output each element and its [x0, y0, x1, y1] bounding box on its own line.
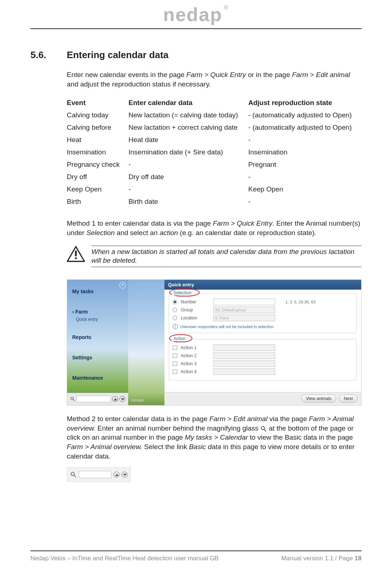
cell: Calving before	[67, 121, 128, 134]
cell: -	[128, 158, 248, 171]
text: Basic data	[189, 443, 221, 451]
cell: Dry off date	[128, 171, 248, 183]
prev-icon[interactable]	[112, 396, 118, 402]
checkbox-action2[interactable]	[173, 354, 177, 358]
sidebar-item-reports[interactable]: Reports	[72, 334, 123, 340]
footer-rule	[30, 550, 362, 551]
cell: Dry off	[67, 171, 128, 183]
panel-footer: View animals Next	[164, 392, 361, 405]
events-table: Event Enter calendar data Adjust reprodu…	[67, 97, 362, 208]
number-hint: 1, 3, 5, 20-35, 63	[285, 300, 315, 304]
text: Farm > Edit animal	[209, 415, 268, 423]
table-row: Keep Open-Keep Open	[67, 183, 362, 195]
label-action2: Action 2	[181, 353, 210, 358]
checkbox-action4[interactable]	[173, 370, 177, 374]
sidebar-item-settings[interactable]: Settings	[72, 355, 123, 360]
radio-group[interactable]	[173, 308, 177, 312]
mini-search-bar	[67, 467, 131, 482]
cell: -	[248, 195, 362, 208]
cell: Heat	[67, 134, 128, 146]
table-row: Dry offDry off date-	[67, 171, 362, 183]
svg-rect-2	[75, 257, 77, 259]
registered-mark: ®	[224, 4, 229, 11]
text: Method 1 to enter calendar data is via t…	[67, 219, 213, 227]
cell: Keep Open	[248, 183, 362, 195]
radio-location[interactable]	[173, 316, 177, 320]
close-icon[interactable]: ×	[119, 282, 126, 288]
col-enter: Enter calendar data	[128, 97, 248, 109]
svg-line-4	[73, 400, 74, 401]
sidebar-subitem-quick-entry[interactable]: Quick entry	[76, 317, 123, 322]
text: Manual version 1.1 / Page	[281, 555, 355, 562]
search-input[interactable]	[77, 396, 111, 402]
section-number: 5.6.	[30, 49, 56, 61]
action-legend: Action	[172, 336, 187, 341]
section-title: Entering calendar data	[67, 49, 168, 61]
footer-right: Manual version 1.1 / Page 18	[281, 555, 362, 562]
location-select[interactable]: 0. Farm	[213, 315, 275, 321]
selection-fieldset: Selection Number 1, 3, 5, 20-35, 63 Grou…	[169, 293, 357, 333]
footer-left: Nedap Velos – InTime and RealTime Heat d…	[30, 555, 219, 562]
next-icon[interactable]	[119, 396, 125, 402]
cell: - (automatically adjusted to Open)	[248, 121, 362, 134]
svg-line-8	[74, 475, 76, 477]
radio-number[interactable]	[173, 300, 177, 304]
text: My tasks > Calendar	[185, 433, 248, 441]
info-text: Unknown responders will not be included …	[180, 324, 274, 329]
brand-text: nedap	[163, 4, 222, 25]
table-row: HeatHeat date-	[67, 134, 362, 146]
action1-select[interactable]	[213, 344, 275, 351]
cell: -	[248, 171, 362, 183]
next-icon[interactable]	[122, 472, 127, 477]
cell: Keep Open	[67, 183, 128, 195]
label-action3: Action 3	[181, 361, 210, 366]
sidebar-item-maintenance[interactable]: Maintenance	[72, 375, 123, 381]
search-icon	[70, 396, 75, 401]
text: Select the link	[142, 443, 189, 451]
svg-rect-1	[75, 250, 77, 256]
action2-select[interactable]	[213, 352, 275, 359]
label-action4: Action 4	[181, 369, 210, 374]
warning-icon	[67, 246, 85, 264]
cell: Pregnancy check	[67, 158, 128, 171]
svg-point-3	[71, 398, 73, 400]
next-button[interactable]: Next	[339, 395, 358, 403]
action-fieldset: Action Action 1 Action 2 Action 3 Action…	[169, 339, 357, 380]
action4-select[interactable]	[213, 368, 275, 375]
action3-select[interactable]	[213, 360, 275, 367]
table-row: Calving beforeNew lactation + correct ca…	[67, 121, 362, 134]
view-animals-button[interactable]: View animals	[301, 395, 336, 403]
sidebar-item-farm[interactable]: Farm	[72, 309, 123, 315]
warning-box: When a new lactation is started all tota…	[67, 246, 362, 267]
checkbox-action1[interactable]	[173, 346, 177, 350]
cell: Birth	[67, 195, 128, 208]
brand-header: nedap ®	[30, 0, 362, 25]
label-group: Group	[181, 307, 210, 312]
col-event: Event	[67, 97, 128, 109]
screenshot-quick-entry: × My tasks Farm Quick entry Reports Sett…	[67, 279, 362, 405]
info-row: i Unknown responders will not be include…	[173, 324, 353, 329]
sidebar-item-my-tasks[interactable]: My tasks	[72, 288, 123, 294]
cell: -	[128, 183, 248, 195]
decorative-panel: nedap	[128, 280, 164, 405]
svg-line-6	[264, 429, 266, 431]
number-input[interactable]	[213, 299, 275, 305]
method2-paragraph: Method 2 to enter calendar data is in th…	[67, 414, 362, 461]
cell: Birth date	[128, 195, 248, 208]
prev-icon[interactable]	[114, 472, 119, 477]
text: Farm > Quick Entry	[187, 71, 246, 78]
text: .	[314, 229, 316, 237]
checkbox-action3[interactable]	[173, 362, 177, 366]
brand-logo: nedap ®	[163, 4, 229, 25]
text: (e.g. an calendar date or reproduction s…	[178, 229, 314, 237]
text: or in the page	[246, 71, 292, 78]
text: to view the Basic data in the page	[248, 433, 353, 441]
search-input[interactable]	[79, 471, 111, 478]
text: Selection	[86, 229, 115, 237]
mid-brand: nedap	[131, 398, 144, 402]
table-row: Calving todayNew lactation (= calving da…	[67, 109, 362, 121]
group-select[interactable]: 99. Default group	[213, 307, 275, 313]
cell: -	[248, 134, 362, 146]
svg-point-7	[71, 472, 74, 476]
search-icon	[70, 471, 77, 478]
